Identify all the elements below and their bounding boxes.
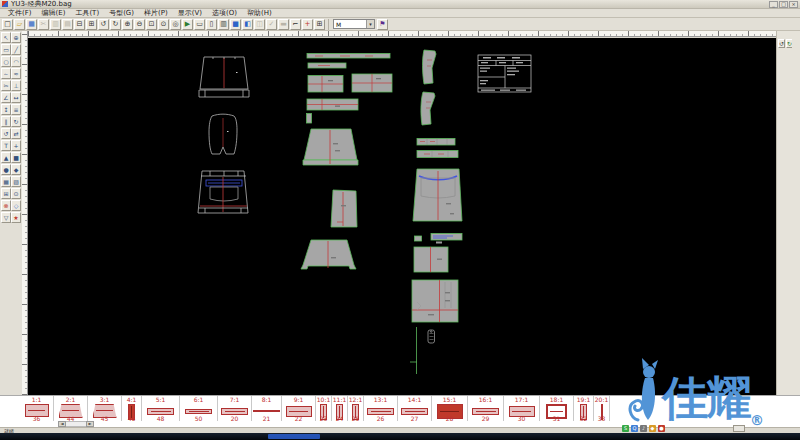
piece-thumbnail-cell[interactable]: 8:1 21 — [252, 396, 282, 422]
menu-item[interactable]: 帮助(H) — [242, 9, 277, 18]
line-tool[interactable]: ╱ — [11, 44, 21, 55]
favorite-tool[interactable]: ★ — [11, 212, 21, 223]
overlap-button[interactable]: ◫ — [254, 19, 265, 30]
tray-im-icon[interactable]: Q — [631, 425, 638, 432]
dart-tool[interactable]: ▲ — [1, 152, 11, 163]
move-vertical-tool[interactable]: ↕ — [1, 104, 11, 115]
circle-tool[interactable]: ○ — [1, 56, 11, 67]
piece-thumbnail-cell[interactable]: 17:1 30 — [504, 396, 540, 422]
perpendicular-tool[interactable]: ⊥ — [11, 80, 21, 91]
piece-thumbnail-cell[interactable]: 5:1 48 — [142, 396, 180, 422]
menu-item[interactable]: 工具(T) — [70, 9, 104, 18]
rectangle-tool[interactable]: ▭ — [1, 44, 11, 55]
frame2-button[interactable]: ▯ — [206, 19, 217, 30]
menu-item[interactable]: 显示(V) — [173, 9, 207, 18]
table-button[interactable]: ⊞ — [314, 19, 325, 30]
zoom-in-button[interactable]: ⊕ — [122, 19, 133, 30]
menu-item[interactable]: 编辑(E) — [37, 9, 71, 18]
text-tool[interactable]: T — [1, 140, 11, 151]
target-tool[interactable]: ⊙ — [11, 188, 21, 199]
piece-thumbnail-cell[interactable]: 20:1 33 — [594, 396, 610, 422]
print-button[interactable]: ⊟ — [74, 19, 85, 30]
plus-red-button[interactable]: + — [302, 19, 313, 30]
frame-button[interactable]: ▭ — [194, 19, 205, 30]
chevron-down-icon[interactable]: ▾ — [366, 20, 374, 28]
size-combo[interactable]: M ▾ — [333, 19, 375, 29]
piece-thumbnail-cell[interactable]: 19:1 32 — [574, 396, 594, 422]
minimize-button[interactable]: _ — [769, 1, 778, 8]
zoom-tool[interactable]: ⊕ — [11, 32, 21, 43]
maximize-button[interactable]: □ — [779, 1, 788, 8]
copy-button[interactable]: ▥ — [50, 19, 61, 30]
angle-tool[interactable]: ∠ — [1, 92, 11, 103]
piece-thumbnail-cell[interactable]: 4:1 46 — [122, 396, 142, 422]
select-arrow-tool[interactable]: ↖ — [1, 32, 11, 43]
menu-item[interactable]: 文件(F) — [3, 9, 37, 18]
tray-volume-icon[interactable]: ♪ — [640, 425, 647, 432]
block-tool[interactable]: ■ — [11, 152, 21, 163]
new-button[interactable]: □ — [2, 19, 13, 30]
pattern-canvas[interactable] — [28, 38, 776, 395]
undo-button[interactable]: ↺ — [98, 19, 109, 30]
tray-sogou-icon[interactable]: S — [622, 425, 629, 432]
menu-item[interactable]: 号型(G) — [104, 9, 139, 18]
cut-button[interactable]: ✂ — [38, 19, 49, 30]
menu-item[interactable]: 选项(O) — [207, 9, 242, 18]
swap-tool[interactable]: ⇄ — [11, 128, 21, 139]
piece-thumbnail-cell[interactable]: 12:1 25 — [348, 396, 364, 422]
piece-thumbnail-cell[interactable]: 10:1 23 — [316, 396, 332, 422]
print-preview-button[interactable]: ⊞ — [86, 19, 97, 30]
piece-info-button[interactable]: ⚑ — [377, 19, 388, 30]
check-button[interactable]: ✓ — [266, 19, 277, 30]
save-button[interactable]: ▦ — [26, 19, 37, 30]
rotate-ccw-tool[interactable]: ↺ — [1, 128, 11, 139]
piece-thumbnail-cell[interactable]: 18:1 31 — [540, 396, 574, 422]
wave-curve-tool[interactable]: ≈ — [11, 68, 21, 79]
piece-thumbnail-cell[interactable]: 11:1 24 — [332, 396, 348, 422]
parallel-tool[interactable]: ∥ — [1, 116, 11, 127]
parallel-lines-tool[interactable]: ≡ — [11, 104, 21, 115]
triangle-tool[interactable]: ▽ — [1, 212, 11, 223]
undo-icon[interactable]: ↺ — [778, 39, 785, 48]
pan-button[interactable]: ▶ — [182, 19, 193, 30]
add-point-tool[interactable]: + — [11, 140, 21, 151]
notch-tool[interactable]: ◆ — [11, 164, 21, 175]
curve-tool[interactable]: ～ — [1, 68, 11, 79]
half-fill-button[interactable]: ◧ — [242, 19, 253, 30]
zoom-all-button[interactable]: ⊙ — [158, 19, 169, 30]
piece-thumbnail-cell[interactable]: 15:1 28 — [432, 396, 468, 422]
diamond-tool[interactable]: ◇ — [11, 200, 21, 211]
zoom-previous-button[interactable]: ◎ — [170, 19, 181, 30]
redo-button[interactable]: ↻ — [110, 19, 121, 30]
open-button[interactable]: ▱ — [14, 19, 25, 30]
hatch-tool[interactable]: ▨ — [11, 176, 21, 187]
close-button[interactable]: × — [789, 1, 798, 8]
piece-thumbnail-cell[interactable]: 7:1 20 — [218, 396, 252, 422]
tray-alert-icon[interactable]: ● — [658, 425, 665, 432]
columns-button[interactable]: ▥ — [218, 19, 229, 30]
piece-thumbnail-cell[interactable]: 9:1 22 — [282, 396, 316, 422]
piece-thumbnail-cell[interactable]: 13:1 26 — [364, 396, 398, 422]
piece-thumbnail-cell[interactable]: 6:1 50 — [180, 396, 218, 422]
piece-thumbnail-cell[interactable]: 16:1 29 — [468, 396, 504, 422]
arc-tool[interactable]: ◠ — [11, 56, 21, 67]
point-tool[interactable]: ● — [1, 164, 11, 175]
piece-thumbnail-cell[interactable]: 3:1 45 — [88, 396, 122, 422]
paste-button[interactable]: ▤ — [62, 19, 73, 30]
fill-blue-button[interactable]: ■ — [230, 19, 241, 30]
piece-thumbnail-cell[interactable]: 14:1 27 — [398, 396, 432, 422]
ruler-button[interactable]: ⌐ — [290, 19, 301, 30]
zoom-window-button[interactable]: ⊡ — [146, 19, 157, 30]
dash-button[interactable]: ▬ — [278, 19, 289, 30]
piece-thumbnail-cell[interactable]: 2:1 44 — [54, 396, 88, 422]
scissors-tool[interactable]: ✂ — [1, 80, 11, 91]
menu-item[interactable]: 样片(P) — [139, 9, 173, 18]
piece-thumbnail-cell[interactable]: 1:1 36 — [20, 396, 54, 422]
move-horizontal-tool[interactable]: ↔ — [11, 92, 21, 103]
rotate-cw-tool[interactable]: ↻ — [11, 116, 21, 127]
zoom-out-button[interactable]: ⊖ — [134, 19, 145, 30]
tray-shield-icon[interactable]: ◆ — [649, 425, 656, 432]
delete-tool[interactable]: ⊗ — [1, 200, 11, 211]
grid-fill-tool[interactable]: ▦ — [1, 176, 11, 187]
active-task-button[interactable] — [268, 434, 320, 439]
